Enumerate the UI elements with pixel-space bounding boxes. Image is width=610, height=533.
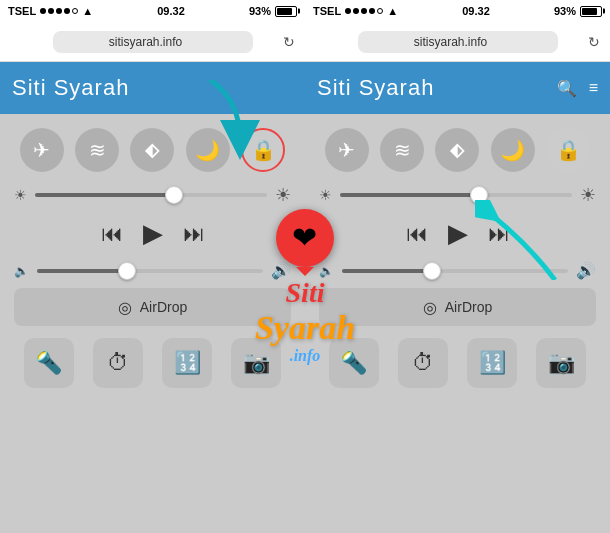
url-bar-right[interactable]: sitisyarah.info <box>358 31 558 53</box>
volume-track-right[interactable] <box>342 269 568 273</box>
brightness-fill-left <box>35 193 174 197</box>
airplane-icon-right: ✈ <box>338 138 355 162</box>
play-btn-right[interactable]: ▶ <box>448 218 468 249</box>
brightness-high-icon-left: ☀ <box>275 184 291 206</box>
rdot1 <box>345 8 351 14</box>
flashlight-btn-left[interactable]: 🔦 <box>24 338 74 388</box>
airdrop-bar-left[interactable]: ◎ AirDrop <box>14 288 291 326</box>
airdrop-icon-right: ◎ <box>423 298 437 317</box>
volume-thumb-left[interactable] <box>118 262 136 280</box>
timer-icon-right: ⏱ <box>412 350 434 376</box>
signal-dots-r <box>345 8 383 14</box>
cc-icons-row-left: ✈ ≋ ⬖ 🌙 🔒 <box>14 124 291 176</box>
dot2 <box>48 8 54 14</box>
next-btn-left[interactable]: ⏭ <box>183 221 205 247</box>
calculator-btn-right[interactable]: 🔢 <box>467 338 517 388</box>
dot3 <box>56 8 62 14</box>
wifi-btn-right[interactable]: ≋ <box>380 128 424 172</box>
brightness-slider-left: ☀ ☀ <box>14 184 291 206</box>
dot5 <box>72 8 78 14</box>
airplane-mode-btn-right[interactable]: ✈ <box>325 128 369 172</box>
time-right: 09.32 <box>462 5 490 17</box>
rdot5 <box>377 8 383 14</box>
volume-slider-left: 🔈 🔊 <box>14 261 291 280</box>
rotation-lock-icon-left: 🔒 <box>251 138 276 162</box>
dnd-btn-left[interactable]: 🌙 <box>186 128 230 172</box>
volume-slider-right: 🔈 🔊 <box>319 261 596 280</box>
tools-row-left: 🔦 ⏱ 🔢 📷 <box>14 334 291 392</box>
flashlight-icon-right: 🔦 <box>340 350 367 376</box>
flashlight-icon-left: 🔦 <box>35 350 62 376</box>
media-controls-left: ⏮ ▶ ⏭ <box>14 214 291 253</box>
brightness-slider-right: ☀ ☀ <box>319 184 596 206</box>
volume-high-icon-right: 🔊 <box>576 261 596 280</box>
media-controls-right: ⏮ ▶ ⏭ <box>319 214 596 253</box>
flashlight-btn-right[interactable]: 🔦 <box>329 338 379 388</box>
menu-icon-right[interactable]: ≡ <box>589 79 598 98</box>
status-left: TSEL ▲ <box>8 5 93 17</box>
timer-icon-left: ⏱ <box>107 350 129 376</box>
site-title-right: Siti Syarah <box>317 75 434 101</box>
camera-icon-left: 📷 <box>243 350 270 376</box>
play-btn-left[interactable]: ▶ <box>143 218 163 249</box>
search-icon-right[interactable]: 🔍 <box>557 79 577 98</box>
timer-btn-left[interactable]: ⏱ <box>93 338 143 388</box>
volume-low-icon-left: 🔈 <box>14 264 29 278</box>
battery-pct-right: 93% <box>554 5 576 17</box>
volume-fill-left <box>37 269 127 273</box>
bluetooth-btn-left[interactable]: ⬖ <box>130 128 174 172</box>
wifi-status-icon: ▲ <box>82 5 93 17</box>
bluetooth-icon-right: ⬖ <box>450 139 464 161</box>
volume-low-icon-right: 🔈 <box>319 264 334 278</box>
prev-btn-right[interactable]: ⏮ <box>406 221 428 247</box>
brightness-low-icon-right: ☀ <box>319 187 332 203</box>
moon-icon-left: 🌙 <box>195 138 220 162</box>
airdrop-label-right: AirDrop <box>445 299 492 315</box>
calculator-btn-left[interactable]: 🔢 <box>162 338 212 388</box>
prev-btn-left[interactable]: ⏮ <box>101 221 123 247</box>
dot1 <box>40 8 46 14</box>
brightness-track-right[interactable] <box>340 193 572 197</box>
battery-icon-right <box>580 6 602 17</box>
moon-icon-right: 🌙 <box>500 138 525 162</box>
wifi-icon-left: ≋ <box>89 138 106 162</box>
signal-dots <box>40 8 78 14</box>
rotation-lock-icon-right: 🔒 <box>556 138 581 162</box>
brightness-thumb-right[interactable] <box>470 186 488 204</box>
timer-btn-right[interactable]: ⏱ <box>398 338 448 388</box>
browser-bar-right: sitisyarah.info ↻ <box>305 22 610 62</box>
status-right-r: 93% <box>554 5 602 17</box>
rotation-lock-btn-left[interactable]: 🔒 <box>241 128 285 172</box>
rdot4 <box>369 8 375 14</box>
camera-btn-right[interactable]: 📷 <box>536 338 586 388</box>
tools-row-right: 🔦 ⏱ 🔢 📷 <box>319 334 596 392</box>
brightness-track-left[interactable] <box>35 193 267 197</box>
carrier-label: TSEL <box>8 5 36 17</box>
reload-icon-left[interactable]: ↻ <box>283 34 295 50</box>
airdrop-bar-right[interactable]: ◎ AirDrop <box>319 288 596 326</box>
camera-btn-left[interactable]: 📷 <box>231 338 281 388</box>
url-bar-left[interactable]: sitisyarah.info <box>53 31 253 53</box>
reload-icon-right[interactable]: ↻ <box>588 34 600 50</box>
next-btn-right[interactable]: ⏭ <box>488 221 510 247</box>
header-icons-right: 🔍 ≡ <box>557 79 598 98</box>
airplane-mode-btn-left[interactable]: ✈ <box>20 128 64 172</box>
dnd-btn-right[interactable]: 🌙 <box>491 128 535 172</box>
control-center-left: ✈ ≋ ⬖ 🌙 🔒 ☀ ☀ ⏮ <box>0 114 305 533</box>
cc-icons-row-right: ✈ ≋ ⬖ 🌙 🔒 <box>319 124 596 176</box>
brightness-low-icon-left: ☀ <box>14 187 27 203</box>
time-left: 09.32 <box>157 5 185 17</box>
bluetooth-btn-right[interactable]: ⬖ <box>435 128 479 172</box>
site-title-left: Siti Syarah <box>12 75 129 101</box>
volume-thumb-right[interactable] <box>423 262 441 280</box>
dot4 <box>64 8 70 14</box>
volume-track-left[interactable] <box>37 269 263 273</box>
status-left-r: TSEL ▲ <box>313 5 398 17</box>
airdrop-label-left: AirDrop <box>140 299 187 315</box>
rotation-lock-btn-right[interactable]: 🔒 <box>546 128 590 172</box>
status-bar-left: TSEL ▲ 09.32 93% <box>0 0 305 22</box>
brightness-thumb-left[interactable] <box>165 186 183 204</box>
volume-fill-right <box>342 269 432 273</box>
wifi-btn-left[interactable]: ≋ <box>75 128 119 172</box>
camera-icon-right: 📷 <box>548 350 575 376</box>
